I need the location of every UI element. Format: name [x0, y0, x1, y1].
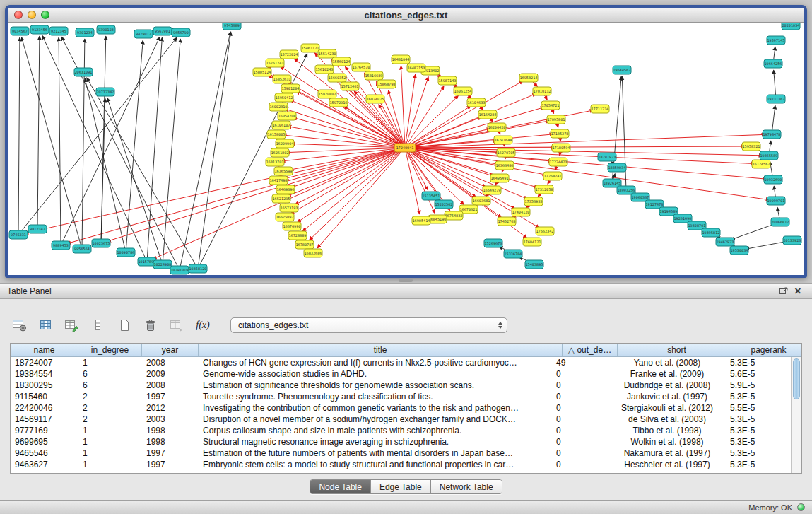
new-table-icon[interactable] [116, 317, 133, 334]
graph-edge[interactable] [293, 117, 405, 148]
import-table-icon[interactable] [168, 317, 185, 334]
graph-node[interactable]: 10023675 [92, 239, 110, 247]
graph-edge[interactable] [180, 32, 230, 270]
window-titlebar[interactable]: citations_edges.txt [8, 8, 804, 23]
graph-node[interactable]: 15950412 [275, 93, 293, 102]
graph-node[interactable]: 16625092 [276, 213, 294, 221]
graph-edge[interactable] [405, 148, 435, 214]
graph-node[interactable]: 16061254 [454, 87, 472, 95]
edit-table-icon[interactable] [64, 317, 81, 334]
graph-node[interactable]: 9212345 [49, 27, 68, 35]
graph-node[interactable]: 10224908 [153, 260, 172, 269]
graph-node[interactable]: 19530034 [730, 246, 748, 255]
graph-node[interactable]: 16209904 [276, 139, 294, 148]
graph-node[interactable]: 15560124 [332, 57, 351, 66]
graph-node[interactable]: 16241644 [494, 136, 512, 144]
graph-node[interactable]: 16728889 [288, 231, 307, 240]
network-canvas[interactable]: 1724004115913402159871431606125416104633… [8, 23, 804, 275]
graph-node[interactable]: 19395812 [702, 228, 720, 237]
graph-node[interactable]: 17312058 [535, 185, 553, 194]
graph-node[interactable]: 20066812 [771, 218, 789, 226]
graph-node[interactable]: 16313701 [266, 158, 284, 166]
graph-node[interactable]: 16024025 [366, 95, 384, 103]
graph-node[interactable]: 9301234 [76, 28, 94, 37]
graph-node[interactable]: 19597145 [767, 36, 785, 45]
graph-node[interactable]: 17095801 [547, 115, 565, 124]
graph-node[interactable]: 19664256 [764, 59, 782, 68]
graph-node[interactable]: 17224423 [549, 158, 567, 166]
graph-node[interactable]: 20201034 [782, 23, 800, 30]
graph-edge[interactable] [290, 148, 405, 214]
graph-node[interactable]: 15403895 [525, 260, 543, 269]
graph-node[interactable]: 15202562 [435, 200, 453, 209]
column-header-name[interactable]: name [11, 344, 78, 356]
graph-node[interactable]: 17180594 [552, 144, 570, 152]
graph-node[interactable]: 16469396 [276, 185, 295, 194]
graph-node[interactable]: 15135451 [422, 192, 440, 200]
graph-node[interactable]: 16124562 [752, 160, 770, 168]
graph-node[interactable]: 15868798 [377, 80, 396, 88]
graph-node[interactable]: 9745689 [223, 23, 241, 30]
graph-node[interactable]: 16164284 [478, 110, 497, 119]
table-select[interactable]: citations_edges.txt [230, 317, 507, 333]
delete-table-icon[interactable] [142, 317, 159, 334]
graph-node[interactable]: 17452763 [498, 217, 516, 226]
graph-node[interactable]: 17711234 [591, 105, 609, 113]
graph-node[interactable]: 16261802 [271, 148, 289, 157]
table-row[interactable]: 2242004622012Investigating the contribut… [11, 402, 791, 414]
graph-node[interactable]: 16832686 [304, 249, 322, 257]
graph-edge[interactable] [405, 146, 745, 148]
graph-node[interactable]: 17404120 [512, 208, 530, 216]
graph-edge[interactable] [67, 148, 405, 244]
panel-splitter[interactable] [0, 278, 812, 283]
graph-node[interactable]: 16905414 [412, 216, 430, 225]
minimize-button[interactable] [28, 11, 36, 19]
graph-edge[interactable] [405, 134, 765, 148]
graph-edge[interactable] [302, 148, 405, 231]
graph-node[interactable]: 9479012 [134, 30, 153, 38]
graph-node[interactable]: 16106107 [272, 121, 290, 129]
graph-node[interactable]: 15610243 [315, 65, 334, 74]
graph-node[interactable]: 19999701 [767, 197, 785, 205]
graph-node[interactable]: 16054208 [278, 112, 296, 120]
graph-node[interactable]: 19731367 [767, 95, 785, 103]
memory-indicator-led[interactable] [797, 503, 805, 511]
table-row[interactable]: 946554611997Estimation of the future num… [11, 448, 791, 459]
table-scrollbar-thumb[interactable] [793, 358, 800, 399]
graph-node[interactable]: 9745231 [9, 230, 28, 239]
function-builder-icon[interactable]: f(x) [194, 317, 211, 334]
graph-edge[interactable] [295, 148, 405, 205]
graph-node[interactable]: 16206420 [488, 123, 506, 132]
graph-node[interactable]: 16495491 [490, 174, 509, 182]
graph-node[interactable]: 17054721 [541, 101, 560, 110]
table-row[interactable]: 1872400712008Changes of HCN gene express… [11, 357, 791, 368]
graph-node[interactable]: 18859034 [608, 163, 626, 172]
graph-node[interactable]: 9034567 [11, 27, 29, 35]
graph-node[interactable]: 16270705 [497, 148, 515, 157]
graph-node[interactable]: 9889453 [52, 241, 70, 250]
graph-edge[interactable] [18, 37, 20, 235]
graph-edge[interactable] [405, 77, 428, 148]
graph-node[interactable]: 15463121 [301, 44, 319, 52]
network-view[interactable]: 1724004115913402159871431606125416104633… [8, 23, 804, 275]
close-button[interactable] [14, 11, 23, 19]
graph-node[interactable]: 17604121 [523, 238, 541, 246]
graph-node[interactable]: 16958214 [519, 74, 538, 82]
graph-node[interactable]: 15764570 [352, 63, 370, 71]
graph-node[interactable]: 15972916 [329, 98, 348, 107]
graph-edge[interactable] [405, 148, 770, 200]
graph-edge[interactable] [405, 148, 755, 164]
graph-node[interactable]: 19932690 [764, 175, 782, 184]
column-header-in_degree[interactable]: in_degree [78, 344, 142, 356]
table-settings-icon[interactable] [11, 317, 28, 334]
table-row[interactable]: 977716911998Corpus callosum shape and si… [11, 425, 791, 436]
graph-node[interactable]: 15987143 [438, 76, 457, 85]
graph-edge[interactable] [296, 91, 405, 148]
graph-edge[interactable] [405, 86, 444, 148]
table-scrollbar[interactable] [791, 357, 801, 473]
graph-node[interactable]: 9812342 [28, 225, 47, 233]
graph-node[interactable]: 9123456 [30, 25, 49, 34]
graph-edge[interactable] [18, 37, 177, 235]
graph-node[interactable]: 16676990 [283, 222, 301, 230]
graph-edge[interactable] [290, 148, 405, 170]
